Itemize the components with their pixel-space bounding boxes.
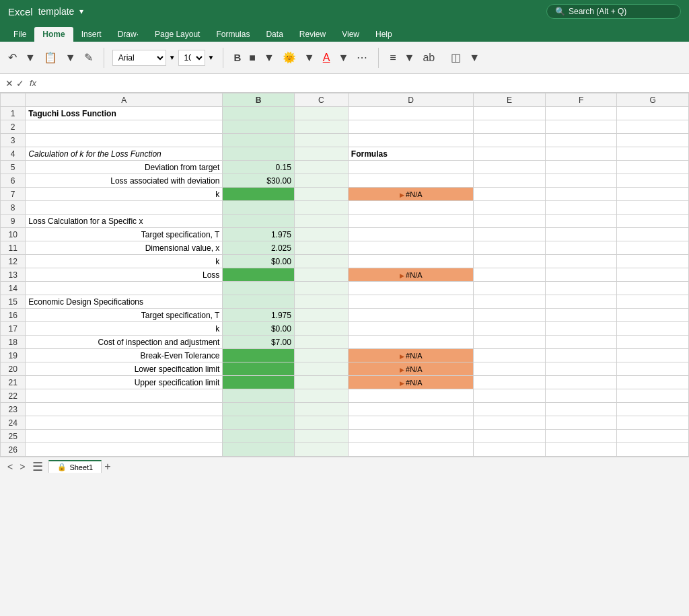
cell-f4[interactable] — [545, 147, 617, 161]
cell-g9[interactable] — [617, 215, 689, 228]
cell-g23[interactable] — [617, 403, 689, 416]
col-header-d[interactable]: D — [348, 93, 473, 107]
cell-f15[interactable] — [545, 295, 617, 309]
highlight-button[interactable]: 🌞 — [280, 50, 299, 65]
cell-g14[interactable] — [617, 282, 689, 295]
cell-f12[interactable] — [545, 255, 617, 268]
cell-e26[interactable] — [474, 443, 546, 457]
row-header-4[interactable]: 4 — [1, 147, 26, 161]
cell-f14[interactable] — [545, 282, 617, 295]
cell-f13[interactable] — [545, 268, 617, 282]
cell-a16[interactable]: Target specification, T — [26, 309, 223, 322]
cell-g25[interactable] — [617, 430, 689, 443]
clipboard-dropdown[interactable]: ▼ — [63, 50, 79, 65]
cell-a5[interactable]: Deviation from target — [26, 161, 223, 174]
cell-d15[interactable] — [348, 295, 473, 309]
cell-e25[interactable] — [474, 430, 546, 443]
cell-a21[interactable]: Upper specification limit — [26, 376, 223, 389]
cell-c18[interactable] — [294, 336, 348, 349]
cell-e4[interactable] — [474, 147, 546, 161]
cell-g13[interactable] — [617, 268, 689, 282]
formula-input[interactable] — [42, 77, 684, 89]
cell-e5[interactable] — [474, 161, 546, 174]
search-box[interactable]: 🔍 Search (Alt + Q) — [546, 4, 681, 19]
col-header-f[interactable]: F — [545, 93, 617, 107]
cell-g19[interactable] — [617, 349, 689, 362]
cell-f7[interactable] — [545, 188, 617, 201]
cell-b15[interactable] — [223, 295, 295, 309]
cell-b23[interactable] — [223, 403, 295, 416]
cell-c7[interactable] — [294, 188, 348, 201]
cell-d5[interactable] — [348, 161, 473, 174]
font-size-select[interactable]: 10 — [178, 50, 205, 66]
row-header-17[interactable]: 17 — [1, 322, 26, 336]
col-header-a[interactable]: A — [26, 93, 223, 107]
cell-e3[interactable] — [474, 134, 546, 147]
cell-g2[interactable] — [617, 120, 689, 134]
cell-f3[interactable] — [545, 134, 617, 147]
cell-b5[interactable]: 0.15 — [223, 161, 295, 174]
cell-b4[interactable] — [223, 147, 295, 161]
cell-a11[interactable]: Dimensional value, x — [26, 241, 223, 255]
undo-dropdown[interactable]: ▼ — [22, 50, 38, 65]
cell-g22[interactable] — [617, 389, 689, 403]
cell-d7[interactable]: ▶ #N/A — [348, 188, 473, 201]
cell-c23[interactable] — [294, 403, 348, 416]
cell-a12[interactable]: k — [26, 255, 223, 268]
cell-f2[interactable] — [545, 120, 617, 134]
cell-d21[interactable]: ▶ #N/A — [348, 376, 473, 389]
cell-c15[interactable] — [294, 295, 348, 309]
tab-help[interactable]: Help — [367, 27, 400, 42]
tab-home[interactable]: Home — [34, 27, 73, 42]
highlight-dropdown[interactable]: ▼ — [301, 50, 318, 65]
cell-e9[interactable] — [474, 215, 546, 228]
wrap-dropdown[interactable] — [440, 56, 445, 59]
cell-c12[interactable] — [294, 255, 348, 268]
tab-data[interactable]: Data — [258, 27, 291, 42]
cell-b6[interactable]: $30.00 — [223, 174, 295, 188]
row-header-18[interactable]: 18 — [1, 336, 26, 349]
cell-c8[interactable] — [294, 201, 348, 215]
cell-d13[interactable]: ▶ #N/A — [348, 268, 473, 282]
cell-f8[interactable] — [545, 201, 617, 215]
cell-e18[interactable] — [474, 336, 546, 349]
tab-file[interactable]: File — [5, 27, 34, 42]
cell-e20[interactable] — [474, 362, 546, 376]
cell-d19[interactable]: ▶ #N/A — [348, 349, 473, 362]
cell-g7[interactable] — [617, 188, 689, 201]
cell-a20[interactable]: Lower specification limit — [26, 362, 223, 376]
cell-b1[interactable] — [223, 107, 295, 120]
cell-c6[interactable] — [294, 174, 348, 188]
cell-e21[interactable] — [474, 376, 546, 389]
tab-insert[interactable]: Insert — [73, 27, 110, 42]
cell-e22[interactable] — [474, 389, 546, 403]
cell-b9[interactable] — [223, 215, 295, 228]
cell-c22[interactable] — [294, 389, 348, 403]
cell-a26[interactable] — [26, 443, 223, 457]
cell-c24[interactable] — [294, 416, 348, 430]
cell-a15[interactable]: Economic Design Specifications — [26, 295, 223, 309]
row-header-26[interactable]: 26 — [1, 443, 26, 457]
cell-c13[interactable] — [294, 268, 348, 282]
cell-f22[interactable] — [545, 389, 617, 403]
cell-g3[interactable] — [617, 134, 689, 147]
cell-f17[interactable] — [545, 322, 617, 336]
cell-b19[interactable] — [223, 349, 295, 362]
row-header-25[interactable]: 25 — [1, 430, 26, 443]
cell-d14[interactable] — [348, 282, 473, 295]
cell-c19[interactable] — [294, 349, 348, 362]
row-header-1[interactable]: 1 — [1, 107, 26, 120]
cell-e16[interactable] — [474, 309, 546, 322]
row-header-6[interactable]: 6 — [1, 174, 26, 188]
cell-c11[interactable] — [294, 241, 348, 255]
cell-e2[interactable] — [474, 120, 546, 134]
cell-c25[interactable] — [294, 430, 348, 443]
cell-g16[interactable] — [617, 309, 689, 322]
cell-b22[interactable] — [223, 389, 295, 403]
wrap-button[interactable]: ab — [420, 50, 437, 65]
col-header-g[interactable]: G — [617, 93, 689, 107]
cell-f25[interactable] — [545, 430, 617, 443]
cell-g24[interactable] — [617, 416, 689, 430]
cell-b18[interactable]: $7.00 — [223, 336, 295, 349]
cell-g6[interactable] — [617, 174, 689, 188]
